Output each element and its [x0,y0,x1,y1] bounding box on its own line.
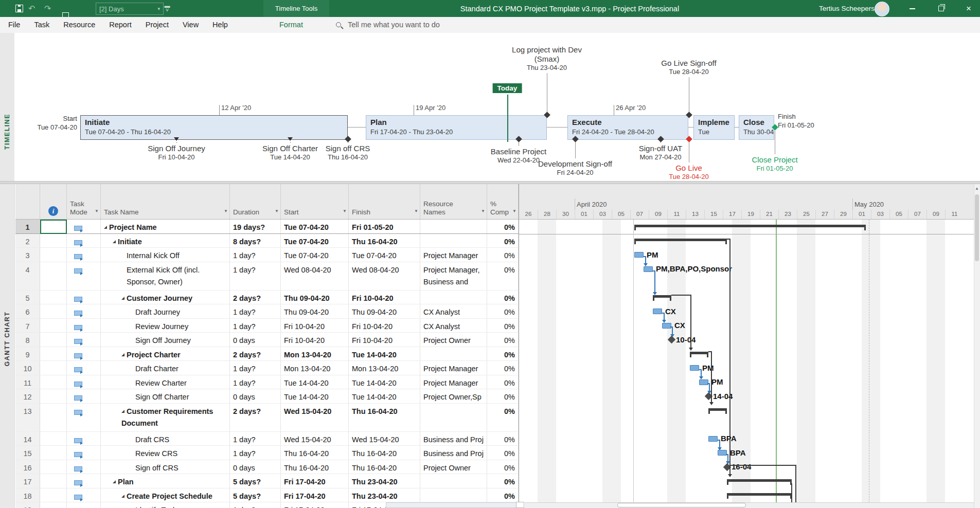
info-cell[interactable] [40,333,67,347]
menu-view[interactable]: View [183,21,199,29]
row-number[interactable]: 8 [15,333,40,347]
avatar[interactable] [875,2,889,16]
pct-complete-cell[interactable]: 0% [487,474,519,488]
header-task-name[interactable]: Task Name▼ [101,184,230,219]
resource-cell[interactable] [420,347,487,361]
qat-customize-icon[interactable]: ▬˅ [164,4,171,13]
resource-cell[interactable] [420,474,487,488]
table-row[interactable]: 5Customer Journey2 days?Thu 09-04-20Fri … [15,291,519,305]
resource-cell[interactable]: Business and Proj [420,446,487,460]
expand-triangle-icon[interactable] [113,240,116,243]
info-cell[interactable] [40,460,67,474]
row-number[interactable]: 13 [15,404,40,431]
finish-cell[interactable]: Fri 01-05-20 [349,220,420,233]
row-number[interactable]: 14 [15,432,40,446]
gantt-task-bar[interactable] [662,323,671,329]
finish-cell[interactable]: Thu 16-04-20 [349,460,420,474]
table-row[interactable]: 12Sign Off Charter0 daysTue 14-04-20Tue … [15,389,519,404]
task-name-cell[interactable]: Initiate [101,234,230,248]
start-cell[interactable]: Fri 17-04-20 [281,488,349,502]
duration-cell[interactable]: 1 day? [230,446,281,460]
task-mode-cell[interactable] [67,389,101,403]
undo-icon[interactable]: ↶ [28,0,35,17]
header-resource-names[interactable]: Resource Names▼ [420,184,487,219]
gantt-task-bar[interactable] [644,266,653,272]
redo-icon[interactable]: ↷ [44,0,51,17]
start-cell[interactable]: Wed 15-04-20 [281,404,349,431]
gantt-summary-bar[interactable] [690,352,708,354]
resource-cell[interactable]: Project Manager [420,375,487,389]
duration-cell[interactable]: 1 day? [230,502,281,508]
header-rownum[interactable] [15,184,40,219]
finish-cell[interactable]: Thu 23-04-20 [349,488,420,502]
task-mode-cell[interactable] [67,262,101,290]
resource-cell[interactable]: Project Owner [420,333,487,347]
task-mode-cell[interactable] [67,446,101,460]
expand-triangle-icon[interactable] [121,410,124,413]
task-mode-cell[interactable] [67,234,101,248]
row-number[interactable]: 17 [15,474,40,488]
timeline-phase-initiate[interactable]: InitiateTue 07-04-20 - Thu 16-04-20 [80,115,348,140]
timeline-pane-label[interactable]: TIMELINE [4,107,11,156]
start-cell[interactable]: Wed 15-04-20 [281,432,349,446]
table-row[interactable]: 14Draft CRS1 day?Wed 15-04-20Wed 15-04-2… [15,432,519,446]
row-number[interactable]: 15 [15,446,40,460]
header-duration[interactable]: Duration▼ [230,184,281,219]
row-number[interactable]: 6 [15,304,40,318]
expand-triangle-icon[interactable] [121,353,124,356]
gantt-chart[interactable]: PMPM,BPA,PO,SponsorCXCX10-04PMPM14-04BPA… [519,220,974,508]
milestone-marker-icon[interactable] [174,137,179,141]
pct-complete-cell[interactable]: 0% [487,460,519,474]
duration-cell[interactable]: 0 days [230,333,281,347]
close-button[interactable]: × [960,0,977,17]
task-mode-cell[interactable] [67,474,101,488]
timescale-zoom-dropdown[interactable]: [2] Days ▾ [96,3,164,15]
resource-cell[interactable]: Project Owner [420,460,487,474]
menu-task[interactable]: Task [34,21,49,29]
menu-format[interactable]: Format [279,17,303,32]
task-mode-cell[interactable] [67,347,101,361]
pct-complete-cell[interactable]: 0% [487,432,519,446]
table-row[interactable]: 11Review Charter1 day?Tue 14-04-20Tue 14… [15,375,519,390]
start-cell[interactable]: Thu 16-04-20 [281,460,349,474]
header-task-mode[interactable]: Task Mode▼ [67,184,101,219]
row-number[interactable]: 7 [15,319,40,333]
duration-cell[interactable]: 8 days? [230,234,281,248]
row-number[interactable]: 11 [15,375,40,389]
scrollbar-splitter-grip[interactable] [516,502,524,508]
task-name-cell[interactable]: External Kick Off (incl. Sponsor, Owner) [101,262,230,290]
row-number[interactable]: 4 [15,262,40,290]
finish-cell[interactable]: Thu 16-04-20 [349,404,420,431]
info-cell[interactable] [40,291,67,304]
menu-project[interactable]: Project [146,21,169,29]
header-info[interactable]: i [40,184,67,219]
start-cell[interactable]: Wed 08-04-20 [281,262,349,290]
info-cell[interactable] [40,319,67,333]
info-cell[interactable] [40,404,67,431]
filter-arrow-icon[interactable]: ▼ [343,207,347,215]
row-number[interactable]: 10 [15,361,40,375]
row-number[interactable]: 18 [15,488,40,502]
menu-report[interactable]: Report [109,21,132,29]
pct-complete-cell[interactable]: 0% [487,446,519,460]
row-number[interactable]: 16 [15,460,40,474]
task-name-cell[interactable]: Project Name [101,220,230,233]
table-row[interactable]: 18Create Project Schedule5 days?Fri 17-0… [15,488,519,503]
task-name-cell[interactable]: Project Charter [101,347,230,361]
resource-cell[interactable] [420,291,487,304]
table-row[interactable]: 10Draft Charter1 day?Mon 13-04-20Mon 13-… [15,361,519,375]
vertical-scroll-thumb[interactable] [975,194,979,261]
task-mode-cell[interactable] [67,460,101,474]
start-cell[interactable]: Fri 10-04-20 [281,319,349,333]
task-mode-cell[interactable] [67,488,101,502]
pct-complete-cell[interactable]: 0% [487,347,519,361]
table-row[interactable]: 7Review Journey1 day?Fri 10-04-20Fri 10-… [15,319,519,333]
task-name-cell[interactable]: Create Project Schedule [101,488,230,502]
table-row[interactable]: 6Draft Journey1 day?Thu 09-04-20Thu 09-0… [15,304,519,319]
gantt-task-bar[interactable] [690,365,699,371]
start-cell[interactable]: Mon 13-04-20 [281,361,349,375]
resource-cell[interactable] [420,234,487,248]
info-cell[interactable] [40,361,67,375]
table-row[interactable]: 2Initiate8 days?Tue 07-04-20Thu 16-04-20… [15,234,519,248]
info-cell[interactable] [40,375,67,389]
